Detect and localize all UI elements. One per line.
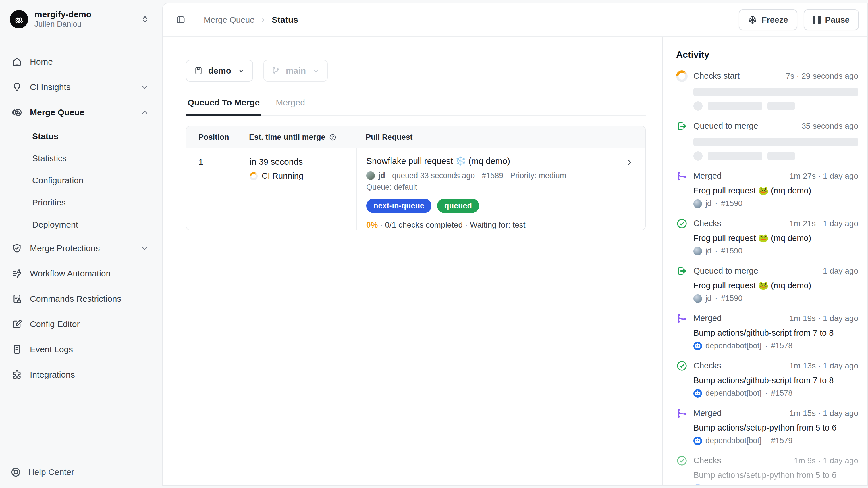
row-expand-chevron-icon[interactable] — [624, 157, 634, 167]
activity-pr-title: Frog pull request 🐸 (mq demo) — [693, 233, 858, 243]
timeline-connector — [682, 327, 682, 359]
timeline-connector — [682, 85, 682, 119]
sidebar-item-integrations[interactable]: Integrations — [0, 362, 162, 387]
activity-item[interactable]: Queued to merge 1 day ago Frog pull requ… — [676, 265, 858, 313]
repository-select[interactable]: demo — [186, 60, 253, 82]
sidebar: mergify-demo Julien Danjou HomeCI Insigh… — [0, 0, 162, 488]
branch-value: main — [286, 66, 306, 76]
document-lines-icon — [11, 344, 22, 355]
est-time-value: in 39 seconds — [250, 157, 356, 167]
skeleton-bar — [693, 138, 858, 146]
sidebar-item-home[interactable]: Home — [0, 49, 162, 75]
activity-item[interactable]: Merged 1m 27s · 1 day ago Frog pull requ… — [676, 170, 858, 218]
sidebar-item-label: Home — [30, 57, 53, 67]
sidebar-item-label: CI Insights — [30, 82, 71, 92]
repo-book-icon — [194, 66, 203, 75]
git-branch-icon — [272, 66, 281, 75]
activity-pr-author: jd — [706, 247, 711, 256]
ci-status-label: CI Running — [262, 171, 303, 181]
activity-pr-number: #1590 — [721, 294, 742, 303]
skeleton-avatar — [693, 102, 703, 111]
pr-author: jd — [378, 171, 385, 180]
row-position: 1 — [186, 148, 242, 230]
sidebar-nav: HomeCI InsightsMerge QueueStatusStatisti… — [0, 49, 162, 387]
activity-pr-author: jd — [706, 294, 711, 303]
chevron-down-icon — [238, 67, 245, 75]
git-merge-icon — [676, 313, 688, 324]
workflow-bolt-icon — [11, 268, 22, 279]
sidebar-item-merge-queue[interactable]: Merge Queue — [0, 100, 162, 125]
shield-check-icon — [11, 243, 22, 254]
pause-label: Pause — [825, 15, 849, 25]
sidebar-subitem-status[interactable]: Status — [0, 125, 162, 147]
ci-running-spinner-icon — [250, 172, 258, 180]
activity-item[interactable]: Checks start 7s · 29 seconds ago — [676, 70, 858, 120]
workspace-user-name: Julien Danjou — [34, 20, 134, 29]
activity-event-time: 1m 13s · 1 day ago — [789, 361, 858, 370]
breadcrumb: Merge Queue Status — [204, 15, 298, 25]
sidebar-subitem-statistics[interactable]: Statistics — [0, 147, 162, 169]
chevrons-up-down-icon — [141, 15, 150, 24]
mergify-logo-icon — [10, 10, 28, 28]
dependabot-icon — [693, 389, 702, 398]
timeline-connector — [682, 374, 682, 406]
activity-pr-title: Bump actions/github-script from 7 to 8 — [693, 327, 858, 338]
home-icon — [11, 56, 22, 67]
sidebar-subitem-configuration[interactable]: Configuration — [0, 169, 162, 192]
timeline-connector — [682, 185, 682, 217]
activity-item[interactable]: Checks 1m 21s · 1 day ago Frog pull requ… — [676, 218, 858, 265]
sidebar-item-label: Event Logs — [30, 345, 73, 354]
activity-item[interactable]: Queued to merge 35 seconds ago — [676, 120, 858, 170]
pause-icon — [813, 16, 820, 24]
activity-event-time: 1m 15s · 1 day ago — [789, 409, 858, 418]
sidebar-item-label: Merge Protections — [30, 243, 100, 253]
activity-pr-number: #1579 — [771, 484, 793, 485]
activity-pr-title: Frog pull request 🐸 (mq demo) — [693, 280, 858, 291]
activity-event-time: 7s · 29 seconds ago — [786, 71, 858, 81]
sidebar-subitem-deployment[interactable]: Deployment — [0, 213, 162, 236]
timeline-connector — [682, 135, 682, 169]
help-center-link[interactable]: Help Center — [10, 467, 74, 478]
pr-meta: jd · queued 33 seconds ago · #1589 · Pri… — [366, 170, 616, 193]
activity-pr-title: Bump actions/setup-python from 5 to 6 — [693, 470, 858, 480]
lifebuoy-icon — [10, 467, 21, 478]
skeleton-avatar — [693, 151, 703, 161]
branch-select[interactable]: main — [264, 60, 328, 82]
activity-event-time: 1m 19s · 1 day ago — [789, 314, 858, 323]
freeze-label: Freeze — [762, 15, 788, 25]
workspace-org-name: mergify-demo — [34, 9, 134, 20]
workspace-switcher[interactable]: mergify-demo Julien Danjou — [0, 0, 162, 29]
skeleton-bar — [768, 102, 795, 110]
timeline-connector — [682, 280, 682, 312]
chevron-down-icon — [312, 67, 320, 75]
sidebar-subitem-priorities[interactable]: Priorities — [0, 192, 162, 213]
pause-button[interactable]: Pause — [804, 9, 859, 30]
panel-left-icon — [176, 15, 186, 25]
timeline-connector — [682, 422, 682, 454]
sidebar-item-label: Merge Queue — [30, 108, 85, 117]
sidebar-item-config-editor[interactable]: Config Editor — [0, 312, 162, 337]
tab-queued-to-merge[interactable]: Queued To Merge — [186, 97, 261, 116]
sidebar-item-workflow-automation[interactable]: Workflow Automation — [0, 261, 162, 286]
activity-item[interactable]: Checks 1m 9s · 1 day ago Bump actions/se… — [676, 455, 858, 485]
author-avatar — [693, 294, 702, 303]
activity-event-title: Checks — [693, 360, 721, 371]
chevron-down-icon — [141, 244, 149, 253]
breadcrumb-parent[interactable]: Merge Queue — [204, 15, 254, 25]
sidebar-item-ci-insights[interactable]: CI Insights — [0, 75, 162, 100]
freeze-button[interactable]: Freeze — [739, 9, 797, 30]
pr-title[interactable]: Snowflake pull request ❄️ (mq demo) — [366, 156, 616, 166]
activity-item[interactable]: Merged 1m 19s · 1 day ago Bump actions/g… — [676, 313, 858, 360]
sidebar-item-label: Workflow Automation — [30, 269, 111, 279]
sidebar-item-event-logs[interactable]: Event Logs — [0, 337, 162, 362]
row-pull-request: Snowflake pull request ❄️ (mq demo) jd ·… — [356, 148, 645, 230]
activity-item[interactable]: Checks 1m 13s · 1 day ago Bump actions/g… — [676, 360, 858, 407]
tab-merged[interactable]: Merged — [274, 97, 307, 116]
sidebar-toggle-button[interactable] — [173, 12, 188, 27]
sidebar-item-commands-restrictions[interactable]: Commands Restrictions — [0, 286, 162, 312]
activity-item[interactable]: Merged 1m 15s · 1 day ago Bump actions/s… — [676, 407, 858, 455]
sidebar-item-merge-protections[interactable]: Merge Protections — [0, 236, 162, 261]
queue-row[interactable]: 1 in 39 seconds CI Running Snowflake pul… — [186, 148, 645, 230]
help-circle-icon[interactable] — [329, 133, 337, 141]
table-header: Position Est. time until merge Pull Requ… — [186, 126, 645, 148]
